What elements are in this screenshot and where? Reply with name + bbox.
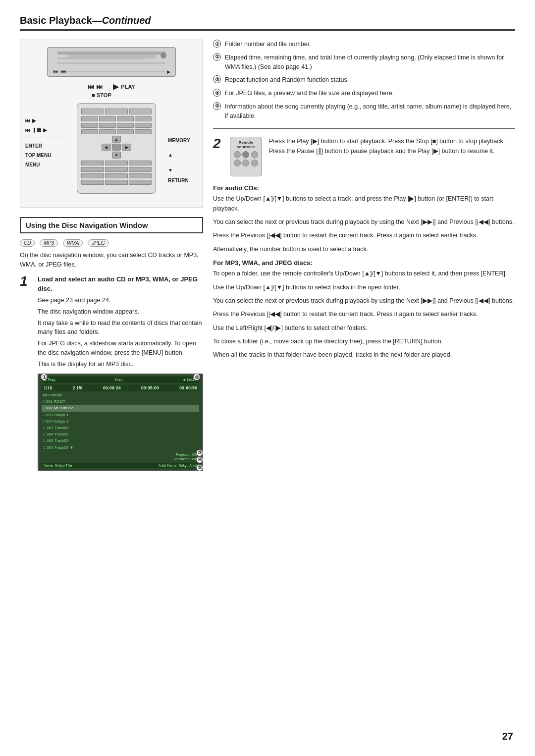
list-text-2: Elapsed time, remaining time, and total …: [225, 53, 515, 72]
callout-num-4: ④: [213, 89, 221, 97]
step-1-number: 1: [20, 274, 32, 471]
right-column: ① Folder number and file number. ② Elaps…: [213, 40, 515, 477]
audio-cds-p3: Alternatively, the number button is used…: [213, 245, 515, 254]
for-mp3-section: For MP3, WMA, and JPEG discs: To open a …: [213, 259, 515, 360]
step-2-section: 2 Remote controller Press the Play [▶] b…: [213, 137, 515, 176]
mp3-p4: Use the Left/Right [◀]/[▶] buttons to se…: [213, 324, 515, 333]
subtitle-text: Continued: [102, 15, 151, 26]
display-folder-4: ♫ 001 Track01: [42, 425, 199, 431]
enter-label: ENTER: [25, 143, 65, 149]
step-1-line-2: It may take a while to read the contents…: [38, 319, 203, 337]
display-folder-7: ♫ 004 Track04 ▼: [42, 444, 199, 451]
list-text-4: For JPEG files, a preview and the file s…: [225, 89, 394, 98]
return-label: RETURN: [168, 178, 189, 183]
remote-right-labels: MEMORY ▲ ▼ RETURN: [168, 103, 198, 183]
callout-num-5: ⑤: [213, 102, 221, 110]
mini-btn-2: [242, 151, 249, 158]
display-time-row: 1/10 2 1/8 00:00:24 00:05:00 00:00:56: [42, 384, 199, 391]
display-folder-6: ♫ 003 Track03: [42, 437, 199, 444]
page-container: Basic Playback—Continued ⏮: [0, 0, 535, 756]
mini-btn-6: [251, 160, 258, 166]
memory-label: MEMORY: [168, 138, 190, 143]
mp3-p2: You can select the next or previous trac…: [213, 296, 515, 306]
display-bottom-right: Artist Name: Onkyo Artist: [159, 464, 197, 467]
list-item-4: ④ For JPEG files, a preview and the file…: [213, 89, 515, 98]
display-time3: 00:00:24: [103, 385, 121, 390]
menu-label: MENU: [25, 162, 65, 167]
callout-5: ⑤: [196, 464, 203, 471]
audio-cds-heading: For audio CDs:: [213, 184, 515, 192]
display-bottom-left: Name: Onkyo Title: [44, 464, 72, 467]
mini-btn-4: [234, 160, 241, 166]
main-layout: ⏮ ⏭ ▶ ⏮ ⏭ ▶ PLAY: [20, 40, 515, 477]
disc-cd: CD: [20, 239, 35, 247]
display-mp3-label: MP3 music: [42, 393, 199, 397]
mini-remote-buttons: [234, 151, 259, 166]
display-folder-3: □ 004 Onkyo 2: [42, 418, 199, 425]
mp3-p0: To open a folder, use the remote control…: [213, 269, 515, 278]
display-folder-list: □ 001 ROOT □ 002 MP3 music □ 003 Onkyo 1…: [42, 398, 199, 451]
mp3-p3: Press the Previous [|◀◀] button to resta…: [213, 310, 515, 319]
display-disc-label: Disc: [115, 378, 123, 382]
mini-btn-1: [234, 151, 241, 158]
title-text: Basic Playback: [20, 15, 92, 26]
page-header: Basic Playback—Continued: [20, 15, 515, 31]
audio-cds-p0: Use the Up/Down [▲]/[▼] buttons to selec…: [213, 194, 515, 214]
list-item-3: ③ Repeat function and Random function st…: [213, 75, 515, 85]
step-1-line-3: For JPEG discs, a slideshow starts autom…: [38, 339, 203, 358]
list-item-1: ① Folder number and file number.: [213, 40, 515, 49]
display-top-bar: ▶ Play Disc ◄ DATA: [42, 377, 199, 383]
intro-text: On the disc navigation window, you can s…: [20, 251, 203, 270]
mp3-p5: To close a folder (i.e., move back up th…: [213, 337, 515, 346]
callout-num-3: ③: [213, 75, 221, 83]
display-random: Random : Off: [174, 457, 197, 461]
display-folder-5: ♫ 004 Track02: [42, 431, 199, 437]
remote-controller-label: Remote controller: [232, 140, 260, 149]
remote-illustration: ▲ ◀ ▶ ▼: [77, 103, 156, 194]
left-column: ⏮ ⏭ ▶ ⏮ ⏭ ▶ PLAY: [20, 40, 203, 477]
stop-label: ■ STOP: [92, 92, 111, 98]
mp3-p6: When all the tracks in that folder have …: [213, 350, 515, 360]
list-text-1: Folder number and file number.: [225, 40, 311, 49]
prev-skip-icon: ⏮: [88, 83, 95, 91]
mp3-heading: For MP3, WMA, and JPEG discs:: [213, 259, 515, 267]
disc-jpeg: JPEG: [88, 239, 108, 247]
step-1-line-0: See page 23 and page 24.: [38, 296, 203, 305]
page-number: 27: [502, 731, 513, 742]
display-time2: 2 1/8: [73, 385, 83, 390]
step-2-number: 2: [213, 137, 223, 176]
remote-left-labels: ⏮▶ ⏮▐▶ ENTER TOP MENU MENU: [25, 103, 65, 167]
section-box: Using the Disc Navigation Window: [20, 217, 203, 233]
step-2-text: Press the Play [▶] button to start playb…: [269, 137, 515, 176]
top-menu-label: TOP MENU: [25, 153, 65, 158]
step-1-line-4: This is the display for an MP3 disc.: [38, 360, 203, 369]
next-skip-icon: ⏭: [96, 83, 103, 91]
audio-cds-p2: Press the Previous [|◀◀] button to resta…: [213, 231, 515, 240]
page-title: Basic Playback—Continued: [20, 15, 151, 26]
display-time5: 00:00:56: [179, 385, 197, 390]
section-title: Using the Disc Navigation Window: [26, 221, 197, 229]
mini-btn-5: [242, 160, 249, 166]
play-arrow-icon: ▶: [113, 82, 119, 91]
step-1-content: Load and select an audio CD or MP3, WMA,…: [38, 274, 203, 471]
callout-num-2: ②: [213, 53, 221, 61]
list-text-3: Repeat function and Random function stat…: [225, 75, 349, 85]
display-folder-0: □ 001 ROOT: [42, 398, 199, 405]
callout-4: ④: [196, 456, 203, 463]
display-repeat: Repeat : Off: [174, 452, 197, 457]
display-bottom-bar: Name: Onkyo Title Artist Name: Onkyo Art…: [42, 463, 199, 468]
play-label: PLAY: [121, 84, 135, 90]
mini-btn-3: [251, 151, 258, 158]
disc-wma: WMA: [63, 239, 83, 247]
step-1-heading: Load and select an audio CD or MP3, WMA,…: [38, 275, 198, 293]
display-time1: 1/10: [44, 385, 53, 390]
display-folder-1: □ 002 MP3 music: [42, 405, 199, 411]
mp3-p1: Use the Up/Down [▲]/[▼] buttons to selec…: [213, 283, 515, 292]
numbered-list: ① Folder number and file number. ② Elaps…: [213, 40, 515, 120]
step-1-row: 1 Load and select an audio CD or MP3, WM…: [20, 274, 203, 471]
step-1-line-1: The disc navigation window appears.: [38, 307, 203, 317]
device-diagram: ⏮ ⏭ ▶ ⏮ ⏭ ▶ PLAY: [20, 40, 203, 208]
horizontal-divider: [213, 128, 515, 129]
display-screen: ▶ Play Disc ◄ DATA 1/10 2 1/8 00:00:24 0…: [38, 374, 203, 471]
audio-cds-p1: You can select the next or previous trac…: [213, 217, 515, 227]
